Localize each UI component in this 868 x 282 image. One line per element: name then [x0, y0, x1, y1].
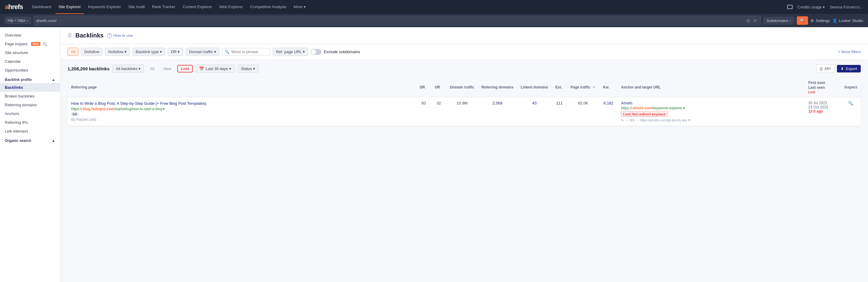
anchor-url-dropdown-icon[interactable]: ▾ — [683, 106, 685, 110]
nav-competitive-analysis[interactable]: Competitive Analysis — [247, 0, 289, 14]
header-dates: First seen Last seen Lost — [805, 78, 841, 97]
header-anchor[interactable]: Anchor and target URL — [617, 78, 805, 97]
export-button[interactable]: ⬇ Export — [837, 65, 861, 73]
hamburger-icon[interactable]: ☰ — [67, 33, 72, 38]
calendar-icon: 📅 — [199, 66, 204, 71]
collapse-organic-icon: ▲ — [52, 139, 55, 143]
table-row: How to Write a Blog Post: A Step-by-Step… — [67, 97, 861, 126]
word-phrase-input[interactable] — [231, 50, 268, 54]
looker-icon: 👤 — [832, 19, 837, 23]
how-to-use-link[interactable]: ? How to use — [107, 33, 133, 38]
filter-all[interactable]: All — [67, 48, 79, 56]
sidebar-item-referring-domains[interactable]: Referring domains — [0, 101, 60, 109]
header-linked-domains[interactable]: Linked domains — [517, 78, 552, 97]
linked-domains-link[interactable]: 43 — [532, 101, 536, 105]
date-ago: 13 d ago — [808, 109, 837, 114]
sidebar-section-backlink-profile[interactable]: Backlink profile ▲ — [0, 75, 60, 83]
nav-keywords-explorer[interactable]: Keywords Explorer — [85, 0, 124, 14]
table-section: 1,208,200 backlinks All backlinks ▾ All … — [60, 60, 868, 131]
credits-usage-btn[interactable]: Credits usage ▾ — [798, 5, 825, 9]
page-header: ☰ Backlinks ? How to use — [60, 27, 868, 44]
looker-studio-link[interactable]: 👤 Looker Studio — [832, 19, 863, 23]
toggle-switch[interactable] — [311, 49, 321, 55]
cell-page-traffic: 82.0K — [567, 97, 599, 126]
url-input[interactable] — [36, 19, 746, 23]
filter-backlink-type[interactable]: Backlink type ▾ — [132, 48, 165, 56]
filter-dofollow[interactable]: Dofollow — [81, 48, 102, 56]
user-menu[interactable]: Serena Fornero's... — [830, 5, 863, 9]
filter-ref-page-url[interactable]: Ref. page URL ▾ — [273, 48, 308, 56]
page-title: Backlinks — [75, 32, 103, 39]
sidebar-item-anchors[interactable]: Anchors — [0, 109, 60, 118]
search-filter-icon: 🔍 — [225, 50, 229, 54]
monitor-icon-btn[interactable] — [787, 5, 793, 9]
clear-url-icon[interactable]: ✕ — [752, 17, 758, 24]
tab-new[interactable]: New — [160, 65, 174, 73]
sidebar-section-organic-search[interactable]: Organic search ▲ — [0, 136, 60, 144]
anchor-url: https:// ahrefs.com/keywords-explorer ▾ — [621, 106, 801, 110]
header-referring-page[interactable]: Referring page — [67, 78, 416, 97]
url-actions: ⧉ ✕ — [746, 17, 758, 25]
nav-dashboard[interactable]: Dashboard — [29, 0, 54, 14]
referring-page-url: https:// blog.hubspot.com/marketing/how-… — [71, 107, 412, 111]
nav-content-explorer[interactable]: Content Explorer — [180, 0, 215, 14]
logo[interactable]: ahrefs — [5, 3, 23, 11]
header-kw[interactable]: Kw. — [599, 78, 617, 97]
header-domain-traffic[interactable]: Domain traffic — [446, 78, 478, 97]
search-button[interactable]: 🔍 — [797, 16, 808, 25]
referring-page-url-link[interactable]: blog.hubspot.com/marketing/how-to-start-… — [83, 107, 162, 111]
gear-icon: ⚙ — [810, 19, 814, 23]
sidebar-item-opportunities[interactable]: Opportunities — [0, 66, 60, 75]
nav-web-explorer[interactable]: Web Explorer — [216, 0, 246, 14]
table-toolbar: 1,208,200 backlinks All backlinks ▾ All … — [67, 65, 861, 73]
filter-dr[interactable]: DR ▾ — [168, 48, 183, 56]
header-ur[interactable]: UR — [431, 78, 446, 97]
nav-rank-tracker[interactable]: Rank Tracker — [149, 0, 178, 14]
header-referring-domains[interactable]: Referring domains — [478, 78, 517, 97]
subdomain-selector[interactable]: Subdomains ▾ — [763, 17, 795, 25]
sidebar-item-referring-ips[interactable]: Referring IPs — [0, 118, 60, 127]
anchor-url-link[interactable]: ahrefs.com/keywords-explorer — [632, 106, 682, 110]
protocol-selector[interactable]: http + https ▾ — [5, 17, 31, 24]
table-header-row: Referring page DR UR Domain traffic Refe — [67, 78, 861, 97]
help-circle-icon: ? — [107, 33, 112, 38]
nav-more[interactable]: More ▾ — [290, 0, 309, 14]
tab-all[interactable]: All — [147, 65, 157, 73]
sort-icon: ▼ — [592, 85, 596, 89]
sidebar-item-site-structure[interactable]: Site structure — [0, 48, 60, 57]
status-dropdown[interactable]: Status ▾ — [238, 65, 258, 73]
sidebar-item-backlinks[interactable]: Backlinks — [0, 83, 60, 92]
all-backlinks-dropdown[interactable]: All backlinks ▾ — [113, 65, 144, 73]
date-range-selector[interactable]: 📅 Last 30 days ▾ — [196, 65, 234, 73]
open-external-icon[interactable]: ⧉ — [746, 17, 751, 25]
sidebar-item-calendar[interactable]: Calendar — [0, 57, 60, 66]
header-ext[interactable]: Ext. — [552, 78, 567, 97]
nav-site-explorer[interactable]: Site Explorer — [56, 0, 84, 14]
kw-link[interactable]: 6,182 — [603, 101, 614, 105]
export-icon: ⬇ — [841, 66, 844, 71]
cell-kw: 6,182 — [599, 97, 617, 126]
filters-bar: All Dofollow Nofollow ▾ Backlink type ▾ … — [60, 44, 868, 60]
referring-domains-link[interactable]: 2,069 — [493, 101, 502, 105]
filter-domain-traffic[interactable]: Domain traffic ▾ — [185, 48, 220, 56]
cell-linked-domains: 43 — [517, 97, 552, 126]
nav-site-audit[interactable]: Site Audit — [125, 0, 148, 14]
api-button[interactable]: {} API — [816, 65, 835, 73]
exclude-subdomains-toggle: Exclude subdomains — [311, 49, 360, 55]
cell-anchor: Ahrefs https:// ahrefs.com/keywords-expl… — [617, 97, 805, 126]
tab-lost[interactable]: Lost — [177, 65, 193, 73]
redirect-dropdown-icon[interactable]: ▾ — [688, 118, 690, 122]
sidebar-item-overview[interactable]: Overview — [0, 31, 60, 39]
settings-button[interactable]: ⚙ Settings — [810, 19, 830, 23]
more-filters-button[interactable]: + More filters — [838, 50, 861, 54]
inspect-icon[interactable]: 🔍 — [848, 101, 853, 106]
header-dr[interactable]: DR — [416, 78, 431, 97]
filter-nofollow[interactable]: Nofollow ▾ — [105, 48, 130, 56]
sidebar-item-link-intersect[interactable]: Link intersect — [0, 127, 60, 136]
anchor-text-link[interactable]: Ahrefs — [621, 101, 632, 105]
header-page-traffic[interactable]: Page traffic ▼ — [567, 78, 599, 97]
sidebar-item-page-inspect[interactable]: Page inspect New 🔍 — [0, 39, 60, 48]
url-dropdown-icon[interactable]: ▾ — [163, 107, 165, 111]
referring-page-link[interactable]: How to Write a Blog Post: A Step-by-Step… — [71, 101, 206, 106]
sidebar-item-broken-backlinks[interactable]: Broken backlinks — [0, 92, 60, 101]
